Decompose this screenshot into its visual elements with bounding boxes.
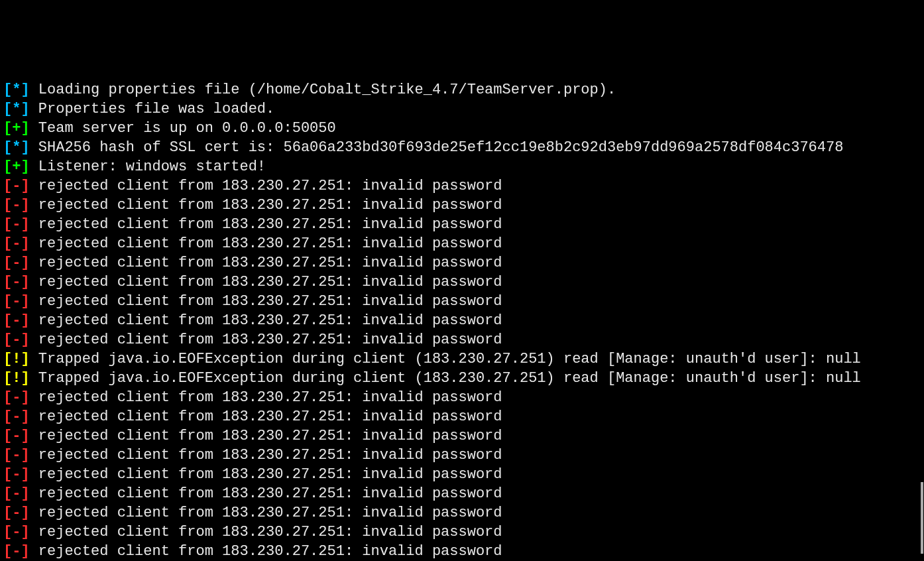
log-message: Team server is up on 0.0.0.0:50050 (30, 120, 336, 137)
log-line: [-] rejected client from 183.230.27.251:… (3, 446, 921, 465)
log-line: [-] rejected client from 183.230.27.251:… (3, 542, 921, 561)
log-prefix: [!] (3, 370, 30, 387)
log-line: [-] rejected client from 183.230.27.251:… (3, 273, 921, 292)
log-line: [-] rejected client from 183.230.27.251:… (3, 388, 921, 407)
log-line: [-] rejected client from 183.230.27.251:… (3, 465, 921, 484)
log-prefix: [-] (3, 543, 30, 560)
log-prefix: [-] (3, 255, 30, 271)
log-line: [!] Trapped java.io.EOFException during … (3, 349, 921, 369)
log-prefix: [*] (3, 101, 30, 117)
log-prefix: [-] (3, 216, 30, 233)
log-message: rejected client from 183.230.27.251: inv… (30, 389, 502, 406)
log-prefix: [-] (3, 293, 30, 310)
log-prefix: [-] (3, 428, 30, 444)
log-message: rejected client from 183.230.27.251: inv… (30, 197, 502, 214)
log-message: rejected client from 183.230.27.251: inv… (30, 485, 502, 502)
log-line: [-] rejected client from 183.230.27.251:… (3, 330, 921, 349)
log-message: Listener: windows started! (30, 158, 266, 175)
log-message: Properties file was loaded. (30, 101, 275, 117)
log-message: rejected client from 183.230.27.251: inv… (30, 216, 502, 233)
log-prefix: [+] (3, 120, 30, 137)
log-message: rejected client from 183.230.27.251: inv… (30, 428, 502, 444)
log-line: [+] Team server is up on 0.0.0.0:50050 (3, 119, 921, 138)
log-prefix: [-] (3, 485, 30, 502)
log-prefix: [-] (3, 178, 30, 194)
log-prefix: [-] (3, 312, 30, 329)
log-prefix: [-] (3, 389, 30, 406)
log-line: [*] SHA256 hash of SSL cert is: 56a06a23… (3, 138, 921, 157)
log-line: [-] rejected client from 183.230.27.251:… (3, 292, 921, 311)
log-message: rejected client from 183.230.27.251: inv… (30, 466, 502, 483)
log-message: rejected client from 183.230.27.251: inv… (30, 524, 502, 540)
log-message: rejected client from 183.230.27.251: inv… (30, 235, 502, 252)
log-message: Trapped java.io.EOFException during clie… (30, 351, 861, 367)
log-line: [-] rejected client from 183.230.27.251:… (3, 176, 921, 196)
log-line: [-] rejected client from 183.230.27.251:… (3, 311, 921, 330)
log-line: [+] Listener: windows started! (3, 157, 921, 176)
log-line: [-] rejected client from 183.230.27.251:… (3, 426, 921, 446)
log-line: [-] rejected client from 183.230.27.251:… (3, 407, 921, 426)
terminal-output[interactable]: [*] Loading properties file (/home/Cobal… (3, 80, 921, 561)
log-prefix: [-] (3, 466, 30, 483)
log-line: [-] rejected client from 183.230.27.251:… (3, 253, 921, 273)
log-line: [-] rejected client from 183.230.27.251:… (3, 215, 921, 234)
log-prefix: [-] (3, 408, 30, 425)
log-message: Loading properties file (/home/Cobalt_St… (30, 82, 616, 98)
log-line: [-] rejected client from 183.230.27.251:… (3, 503, 921, 523)
log-message: rejected client from 183.230.27.251: inv… (30, 543, 502, 560)
log-prefix: [-] (3, 524, 30, 540)
log-prefix: [*] (3, 139, 30, 156)
log-prefix: [-] (3, 197, 30, 214)
log-message: rejected client from 183.230.27.251: inv… (30, 408, 502, 425)
scrollbar-track[interactable] (919, 0, 924, 561)
log-message: SHA256 hash of SSL cert is: 56a06a233bd3… (30, 139, 844, 156)
log-line: [*] Loading properties file (/home/Cobal… (3, 80, 921, 99)
log-prefix: [-] (3, 505, 30, 521)
scrollbar-thumb[interactable] (921, 482, 923, 554)
log-prefix: [-] (3, 332, 30, 348)
log-prefix: [!] (3, 351, 30, 367)
log-line: [-] rejected client from 183.230.27.251:… (3, 484, 921, 503)
log-message: rejected client from 183.230.27.251: inv… (30, 332, 502, 348)
log-message: rejected client from 183.230.27.251: inv… (30, 293, 502, 310)
log-message: rejected client from 183.230.27.251: inv… (30, 505, 502, 521)
log-message: rejected client from 183.230.27.251: inv… (30, 312, 502, 329)
log-line: [-] rejected client from 183.230.27.251:… (3, 234, 921, 253)
log-line: [-] rejected client from 183.230.27.251:… (3, 523, 921, 542)
log-message: Trapped java.io.EOFException during clie… (30, 370, 861, 387)
log-prefix: [-] (3, 235, 30, 252)
log-prefix: [+] (3, 158, 30, 175)
log-message: rejected client from 183.230.27.251: inv… (30, 274, 502, 290)
log-prefix: [*] (3, 82, 30, 98)
log-message: rejected client from 183.230.27.251: inv… (30, 178, 502, 194)
log-line: [*] Properties file was loaded. (3, 99, 921, 119)
log-prefix: [-] (3, 274, 30, 290)
log-message: rejected client from 183.230.27.251: inv… (30, 447, 502, 464)
log-prefix: [-] (3, 447, 30, 464)
log-line: [!] Trapped java.io.EOFException during … (3, 369, 921, 388)
log-line: [-] rejected client from 183.230.27.251:… (3, 196, 921, 215)
log-message: rejected client from 183.230.27.251: inv… (30, 255, 502, 271)
